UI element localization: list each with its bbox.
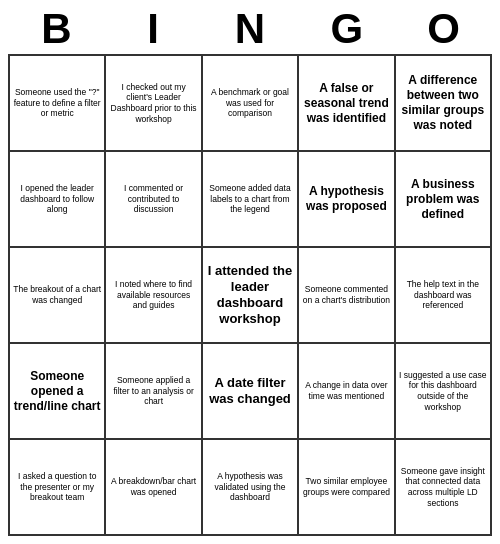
bingo-cell[interactable]: Someone commented on a chart's distribut… [299, 248, 395, 344]
bingo-cell[interactable]: The help text in the dashboard was refer… [396, 248, 492, 344]
bingo-cell[interactable]: The breakout of a chart was changed [10, 248, 106, 344]
bingo-cell[interactable]: Someone gave insight that connected data… [396, 440, 492, 536]
bingo-cell[interactable]: A date filter was changed [203, 344, 299, 440]
bingo-cell[interactable]: Two similar employee groups were compare… [299, 440, 395, 536]
bingo-cell[interactable]: A false or seasonal trend was identified [299, 56, 395, 152]
letter-i: I [110, 8, 197, 50]
bingo-cell[interactable]: I checked out my client's Leader Dashboa… [106, 56, 202, 152]
bingo-cell[interactable]: Someone added data labels to a chart fro… [203, 152, 299, 248]
bingo-cell[interactable]: Someone applied a filter to an analysis … [106, 344, 202, 440]
bingo-cell[interactable]: I attended the leader dashboard workshop [203, 248, 299, 344]
bingo-cell[interactable]: A hypothesis was proposed [299, 152, 395, 248]
bingo-cell[interactable]: Someone used the "?" feature to define a… [10, 56, 106, 152]
bingo-grid: Someone used the "?" feature to define a… [8, 54, 492, 536]
letter-o: O [400, 8, 487, 50]
bingo-cell[interactable]: A business problem was defined [396, 152, 492, 248]
letter-g: G [303, 8, 390, 50]
bingo-cell[interactable]: I opened the leader dashboard to follow … [10, 152, 106, 248]
bingo-cell[interactable]: I asked a question to the presenter or m… [10, 440, 106, 536]
bingo-cell[interactable]: A breakdown/bar chart was opened [106, 440, 202, 536]
bingo-cell[interactable]: Someone opened a trend/line chart [10, 344, 106, 440]
bingo-cell[interactable]: A hypothesis was validated using the das… [203, 440, 299, 536]
bingo-cell[interactable]: A difference between two similar groups … [396, 56, 492, 152]
bingo-cell[interactable]: I noted where to find available resource… [106, 248, 202, 344]
letter-b: B [13, 8, 100, 50]
bingo-cell[interactable]: I suggested a use case for this dashboar… [396, 344, 492, 440]
bingo-cell[interactable]: A change in data over time was mentioned [299, 344, 395, 440]
bingo-cell[interactable]: A benchmark or goal was used for compari… [203, 56, 299, 152]
bingo-header: B I N G O [8, 8, 492, 50]
bingo-cell[interactable]: I commented or contributed to discussion [106, 152, 202, 248]
letter-n: N [206, 8, 293, 50]
